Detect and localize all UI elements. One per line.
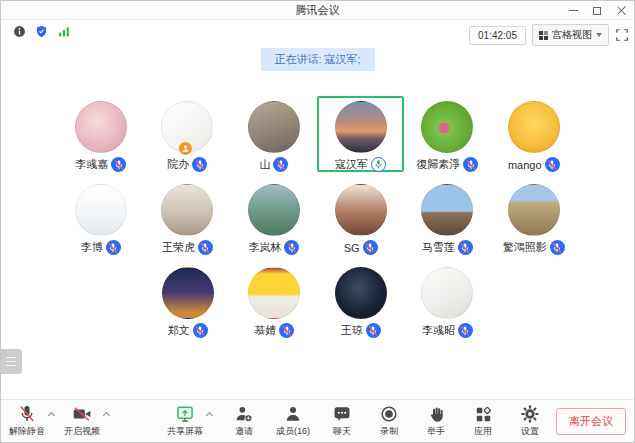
close-button[interactable] — [612, 3, 630, 19]
invite-icon — [234, 403, 254, 424]
mic-muted-icon — [284, 240, 299, 255]
mic-muted-icon — [363, 240, 378, 255]
mic-muted-icon — [273, 157, 288, 172]
fullscreen-icon[interactable] — [615, 28, 629, 42]
status-bar: 01:42:05 宫格视图 — [1, 21, 634, 47]
avatar — [162, 267, 214, 319]
participant-name: 驚鴻照影 — [503, 240, 547, 255]
share-screen-icon — [175, 403, 195, 424]
chevron-up-icon[interactable] — [103, 412, 110, 419]
participant-name: 马雪莲 — [422, 240, 455, 255]
toolbar-label: 聊天 — [333, 425, 351, 438]
network-signal-icon[interactable] — [57, 25, 71, 38]
participant-tile[interactable]: 李博 — [58, 179, 145, 255]
mic-muted-icon — [458, 240, 473, 255]
participant-name: 寇汉军 — [335, 157, 368, 172]
avatar — [508, 184, 560, 236]
participant-grid: 李彧嘉 院办 山 — [58, 96, 578, 338]
participant-tile[interactable]: 山 — [231, 96, 318, 172]
participant-tile[interactable]: 马雪莲 — [404, 179, 491, 255]
participant-name: 李博 — [81, 240, 103, 255]
participant-name: 復歸素淨 — [416, 157, 460, 172]
raise-hand-button[interactable]: 举手 — [421, 403, 451, 438]
mic-muted-icon — [192, 157, 207, 172]
participant-name: 王荣虎 — [162, 240, 195, 255]
participant-tile[interactable]: 驚鴻照影 — [490, 179, 577, 255]
avatar — [335, 184, 387, 236]
mic-muted-icon — [550, 240, 565, 255]
window-controls — [564, 1, 630, 20]
avatar — [335, 267, 387, 319]
minimize-button[interactable] — [564, 3, 582, 19]
maximize-button[interactable] — [588, 3, 606, 19]
participant-name: 慕婧 — [254, 323, 276, 338]
participant-tile[interactable]: 王荣虎 — [144, 179, 231, 255]
toolbar-label: 邀请 — [235, 425, 253, 438]
mic-muted-icon — [106, 240, 121, 255]
bottom-toolbar: 解除静音 开启视频 共享屏幕 — [1, 399, 634, 442]
participant-tile[interactable]: SG — [317, 179, 404, 255]
raise-hand-icon — [427, 403, 446, 424]
avatar — [75, 101, 127, 153]
settings-button[interactable]: 设置 — [515, 403, 545, 438]
share-screen-button[interactable]: 共享屏幕 — [167, 403, 203, 438]
record-button[interactable]: 录制 — [374, 403, 404, 438]
chat-button[interactable]: 聊天 — [327, 403, 357, 438]
avatar — [161, 184, 213, 236]
grid-view-label: 宫格视图 — [552, 28, 592, 42]
participant-name: 李彧昭 — [422, 323, 455, 338]
mic-active-icon — [371, 157, 386, 172]
avatar — [75, 184, 127, 236]
chevron-up-icon[interactable] — [48, 412, 55, 419]
toolbar-label: 录制 — [380, 425, 398, 438]
participant-tile[interactable]: 院办 — [144, 96, 231, 172]
invite-button[interactable]: 邀请 — [229, 403, 259, 438]
avatar — [335, 101, 387, 153]
participant-tile[interactable]: 王琼 — [318, 262, 405, 338]
mic-muted-icon — [111, 157, 126, 172]
mic-muted-icon — [463, 157, 478, 172]
apps-icon — [474, 403, 493, 424]
participant-tile[interactable]: 慕婧 — [231, 262, 318, 338]
leave-meeting-button[interactable]: 离开会议 — [556, 408, 626, 435]
apps-button[interactable]: 应用 — [468, 403, 498, 438]
sidebar-handle[interactable] — [1, 349, 22, 374]
window-title: 腾讯会议 — [296, 3, 340, 18]
participant-name: 郑文 — [168, 323, 190, 338]
grid-view-icon — [539, 31, 548, 40]
toolbar-left-group: 解除静音 开启视频 — [9, 403, 109, 438]
chevron-up-icon[interactable] — [206, 412, 213, 419]
host-badge-icon — [179, 142, 192, 155]
members-button[interactable]: 成员(16) — [276, 403, 310, 438]
start-video-button[interactable]: 开启视频 — [64, 403, 100, 438]
mic-muted-icon — [279, 323, 294, 338]
participant-row: 李彧嘉 院办 山 — [58, 96, 578, 172]
mic-muted-icon — [366, 323, 381, 338]
avatar — [248, 184, 300, 236]
chat-icon — [332, 403, 352, 424]
participant-tile[interactable]: 李岚林 — [231, 179, 318, 255]
participant-tile[interactable]: 復歸素淨 — [404, 96, 491, 172]
participant-name: SG — [344, 242, 360, 254]
participant-name: 山 — [259, 157, 270, 172]
participant-tile[interactable]: mango — [490, 96, 577, 172]
participant-row: 李博 王荣虎 李岚林 SG — [58, 179, 578, 255]
maximize-icon — [593, 7, 601, 15]
participant-tile[interactable]: 郑文 — [144, 262, 231, 338]
meeting-window: 腾讯会议 01:42:05 宫格视图 — [0, 0, 635, 443]
toolbar-label: 举手 — [427, 425, 445, 438]
toolbar-label: 成员(16) — [276, 425, 310, 438]
grid-view-button[interactable]: 宫格视图 — [532, 24, 609, 46]
participant-tile-active-speaker[interactable]: 寇汉军 — [317, 96, 404, 172]
participant-row: 郑文 慕婧 王琼 李彧昭 — [58, 262, 578, 338]
participant-tile[interactable]: 李彧昭 — [404, 262, 491, 338]
settings-icon — [520, 403, 540, 424]
participant-tile[interactable]: 李彧嘉 — [58, 96, 145, 172]
speaking-banner: 正在讲话: 寇汉军; — [260, 48, 374, 71]
unmute-button[interactable]: 解除静音 — [9, 403, 45, 438]
info-icon[interactable] — [13, 25, 26, 38]
title-bar: 腾讯会议 — [1, 1, 634, 20]
shield-icon[interactable] — [35, 25, 48, 38]
record-icon — [379, 403, 399, 424]
avatar — [248, 101, 300, 153]
